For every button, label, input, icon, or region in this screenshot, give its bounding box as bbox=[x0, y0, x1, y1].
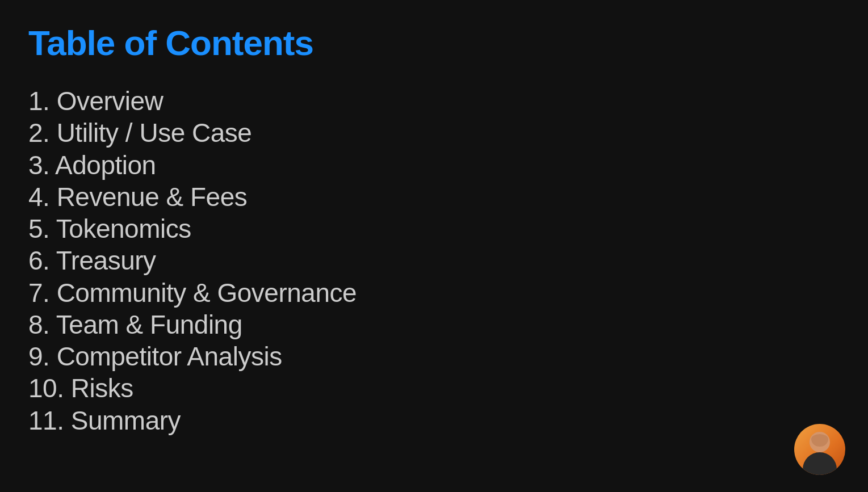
list-item: 7. Community & Governance bbox=[28, 277, 840, 308]
toc-list: 1. Overview 2. Utility / Use Case 3. Ado… bbox=[28, 86, 840, 436]
avatar-figure bbox=[794, 424, 845, 475]
list-item: 3. Adoption bbox=[28, 150, 840, 180]
page-container: Table of Contents 1. Overview 2. Utility… bbox=[0, 0, 868, 492]
list-item: 5. Tokenomics bbox=[28, 213, 840, 244]
avatar bbox=[794, 424, 845, 475]
page-title: Table of Contents bbox=[28, 23, 840, 63]
list-item: 9. Competitor Analysis bbox=[28, 341, 840, 372]
list-item: 6. Treasury bbox=[28, 245, 840, 276]
list-item: 1. Overview bbox=[28, 86, 840, 116]
list-item: 11. Summary bbox=[28, 405, 840, 436]
list-item: 4. Revenue & Fees bbox=[28, 182, 840, 212]
list-item: 8. Team & Funding bbox=[28, 309, 840, 340]
list-item: 2. Utility / Use Case bbox=[28, 117, 840, 148]
list-item: 10. Risks bbox=[28, 373, 840, 403]
avatar-body bbox=[803, 452, 837, 475]
